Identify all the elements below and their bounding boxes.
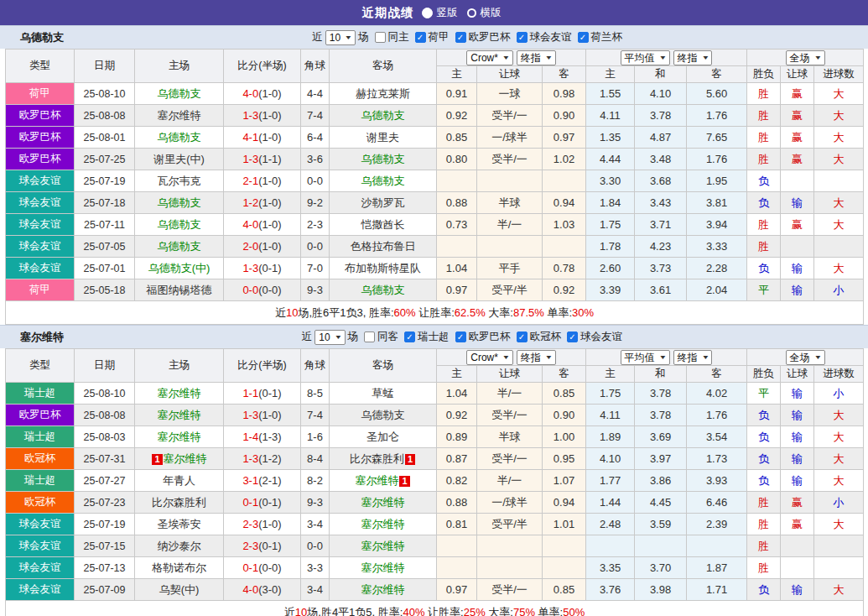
result-goals: 大 xyxy=(814,258,864,279)
league-checkbox-1[interactable]: ✓ xyxy=(455,32,466,43)
avg-draw: 3.48 xyxy=(635,149,687,170)
summary-value: 40% xyxy=(403,606,424,616)
odds-handicap: 半/一 xyxy=(477,214,543,236)
summary-row: 近10场,胜4平1负5, 胜率:40% 让胜率:25% 大率:75% 单率:50… xyxy=(6,601,864,616)
sub-column-header-3: 主 xyxy=(586,66,635,83)
league-checkbox-0[interactable]: ✓ xyxy=(404,331,415,342)
average-select[interactable]: 平均值▼ xyxy=(621,50,670,65)
sub-column-header-4: 和 xyxy=(635,366,687,383)
radio-horizontal[interactable] xyxy=(467,8,476,18)
league-badge: 荷甲 xyxy=(6,83,75,105)
matches-label: 场 xyxy=(348,330,359,344)
league-checkbox-2[interactable]: ✓ xyxy=(517,331,528,342)
away-team: 谢里夫 xyxy=(330,127,437,149)
league-checkbox-2[interactable]: ✓ xyxy=(517,32,528,43)
odds-home: 0.89 xyxy=(437,426,477,448)
summary-label: 大率: xyxy=(486,306,513,319)
odds-home: 1.04 xyxy=(437,383,477,405)
avg-away: 1.76 xyxy=(687,405,747,426)
summary-label: 近 xyxy=(275,306,286,319)
match-score: 2-1(1-0) xyxy=(224,170,301,192)
match-count-select[interactable]: 10▼ xyxy=(314,330,345,345)
league-checkbox-1[interactable]: ✓ xyxy=(455,331,466,342)
sub-column-header-5: 客 xyxy=(687,66,747,83)
average-select-value: 平均值 xyxy=(625,352,655,363)
scope-select[interactable]: 全场▼ xyxy=(786,350,825,365)
average-select[interactable]: 平均值▼ xyxy=(621,350,670,365)
avg-away: 1.76 xyxy=(687,105,747,127)
odds-source-select-value: Crow* xyxy=(470,352,498,363)
odds-handicap: 平手 xyxy=(477,258,543,279)
match-date: 25-05-18 xyxy=(75,279,135,301)
league-checkbox-3[interactable]: ✓ xyxy=(567,331,578,342)
result-handicap: 输 xyxy=(781,405,814,426)
league-badge: 球会友谊 xyxy=(6,557,75,579)
fulltime-score: 1-3 xyxy=(242,409,258,421)
tables-container: 乌德勒支近10▼场同主✓荷甲✓欧罗巴杯✓球会友谊✓荷兰杯类型日期主场比分(半场)… xyxy=(0,25,868,616)
avg-home: 3.39 xyxy=(586,279,635,301)
halftime-score: (0-1) xyxy=(258,540,281,552)
match-count-select[interactable]: 10▼ xyxy=(325,30,356,45)
league-checkbox-3[interactable]: ✓ xyxy=(578,32,589,43)
top-bar: 近期战绩 竖版 横版 xyxy=(0,0,868,25)
average-header: 平均值▼终指▼ xyxy=(586,349,747,366)
home-team-name: 乌德勒支 xyxy=(158,87,201,100)
result-goals: 大 xyxy=(814,579,864,601)
odds-home: 0.97 xyxy=(437,579,477,601)
chevron-down-icon: ▼ xyxy=(544,52,553,64)
matches-label: 场 xyxy=(358,30,369,44)
scope-select[interactable]: 全场▼ xyxy=(786,50,825,65)
league-label-2: 欧冠杯 xyxy=(530,330,562,344)
result-handicap: 赢 xyxy=(781,492,814,514)
match-score: 1-3(1-1) xyxy=(224,149,301,170)
away-team: 塞尔维特1 xyxy=(330,470,437,492)
league-badge: 球会友谊 xyxy=(6,535,75,557)
home-team-name: 纳沙泰尔 xyxy=(158,540,201,552)
column-header-5: 客场 xyxy=(330,349,437,383)
table-row: 球会友谊25-07-13格勒诺布尔0-1(0-0)3-3塞尔维特3.353.70… xyxy=(6,557,864,579)
avg-home: 1.55 xyxy=(586,83,635,105)
avg-draw: 3.78 xyxy=(635,105,687,127)
result-goals: 大 xyxy=(814,83,864,105)
league-label-3: 球会友谊 xyxy=(580,330,622,344)
corner-count: 0-0 xyxy=(301,170,330,192)
summary-text: 近10场,胜4平1负5, 胜率:40% 让胜率:25% 大率:75% 单率:50… xyxy=(6,601,864,616)
halftime-score: (2-1) xyxy=(258,474,281,487)
odds-source-select[interactable]: Crow*▼ xyxy=(466,350,513,365)
avg-away: 3.94 xyxy=(687,214,747,236)
odds-home: 0.92 xyxy=(437,105,477,127)
corner-count: 7-4 xyxy=(301,105,330,127)
avg-draw xyxy=(635,535,687,557)
odds-source-select[interactable]: Crow*▼ xyxy=(466,50,513,65)
odds-away: 0.97 xyxy=(543,127,586,149)
table-row: 球会友谊25-07-15纳沙泰尔2-3(0-1)0-0塞尔维特胜 xyxy=(6,535,864,557)
halftime-score: (1-0) xyxy=(258,87,281,100)
home-team-name: 塞尔维特 xyxy=(158,431,201,443)
sub-column-header-0: 主 xyxy=(437,366,477,383)
table-wrap: 类型日期主场比分(半场)角球客场Crow*▼终指▼平均值▼终指▼全场▼主让球客主… xyxy=(0,348,868,616)
result-outcome: 胜 xyxy=(747,514,781,535)
final-index-select-2[interactable]: 终指▼ xyxy=(673,50,713,65)
radio-vertical-selected[interactable] xyxy=(422,8,433,18)
team-bar: 塞尔维特近10▼场同客✓瑞士超✓欧罗巴杯✓欧冠杯✓球会友谊 xyxy=(0,325,868,348)
league-badge: 球会友谊 xyxy=(6,236,75,258)
avg-away: 3.93 xyxy=(687,470,747,492)
chevron-down-icon: ▼ xyxy=(502,52,511,64)
away-team-name: 比尔森胜利 xyxy=(350,452,404,465)
final-index-select-1[interactable]: 终指▼ xyxy=(517,350,556,365)
final-index-select-2[interactable]: 终指▼ xyxy=(673,350,713,365)
same-side-checkbox[interactable] xyxy=(364,331,375,342)
halftime-score: (1-0) xyxy=(258,240,281,253)
avg-home: 3.76 xyxy=(586,579,635,601)
odds-away: 0.90 xyxy=(543,105,586,127)
odds-source-header: Crow*▼终指▼ xyxy=(437,349,586,366)
match-date: 25-08-08 xyxy=(75,405,135,426)
away-team-name: 乌德勒支 xyxy=(361,409,405,421)
league-checkbox-0[interactable]: ✓ xyxy=(415,32,426,43)
final-index-select-1[interactable]: 终指▼ xyxy=(517,50,556,65)
match-score: 4-1(1-0) xyxy=(224,127,301,149)
same-side-checkbox[interactable] xyxy=(375,32,386,43)
fulltime-score: 2-1 xyxy=(242,175,258,187)
match-score: 2-3(1-0) xyxy=(224,514,301,535)
table-row: 欧罗巴杯25-08-01乌德勒支4-1(1-0)6-4谢里夫0.85一/球半0.… xyxy=(6,127,864,149)
